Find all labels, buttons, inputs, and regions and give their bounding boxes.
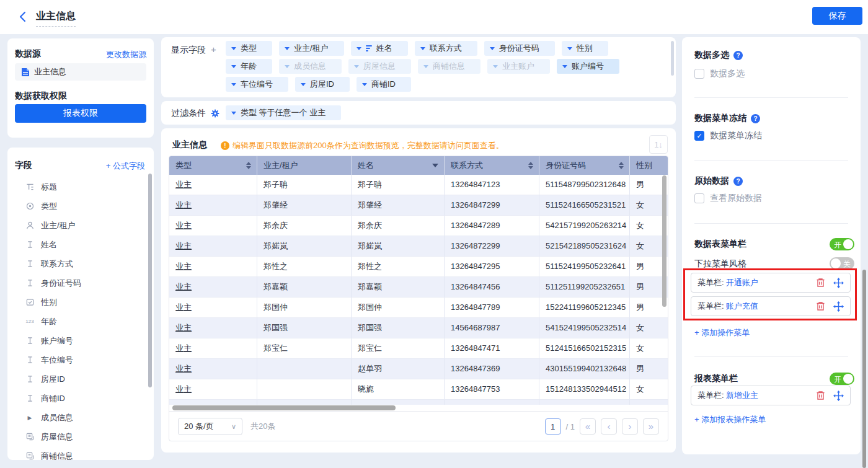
- filter-chip[interactable]: 类型 等于任意一个 业主: [226, 105, 341, 120]
- perm-title: 数据获取权限: [15, 91, 67, 102]
- page-size-select[interactable]: 20 条/页∨: [178, 418, 242, 435]
- report-menu-toggle[interactable]: 开: [830, 373, 854, 385]
- column-header[interactable]: 姓名: [352, 156, 445, 175]
- field-item[interactable]: 商铺ID: [15, 389, 146, 408]
- fields-scrollbar[interactable]: [148, 174, 152, 387]
- table-cell[interactable]: 业主: [169, 236, 257, 257]
- report-perm-button[interactable]: 报表权限: [15, 104, 146, 123]
- table-cell[interactable]: 业主: [169, 175, 257, 195]
- table-v-scrollbar[interactable]: [662, 175, 666, 307]
- display-chip[interactable]: 姓名: [351, 41, 408, 56]
- sort-icon[interactable]: [619, 162, 624, 169]
- display-chip[interactable]: 房屋ID: [295, 77, 350, 92]
- display-chip[interactable]: 身份证号码: [484, 41, 555, 56]
- gear-icon[interactable]: [211, 109, 219, 118]
- field-item[interactable]: 业主/租户: [15, 216, 146, 235]
- table-cell[interactable]: 业主: [169, 359, 257, 379]
- sort-order-button[interactable]: 1↓: [649, 135, 668, 154]
- sort-icon[interactable]: [528, 162, 533, 169]
- table-cell: 13264847471: [445, 338, 539, 359]
- table-cell[interactable]: 业主: [169, 195, 257, 216]
- help-icon[interactable]: ?: [751, 114, 760, 123]
- display-chip[interactable]: 房屋信息: [348, 59, 411, 74]
- table-cell[interactable]: 业主: [169, 318, 257, 338]
- display-chip[interactable]: 业主/租户: [279, 41, 344, 56]
- display-chip[interactable]: 业主账户: [487, 59, 550, 74]
- table-cell[interactable]: 业主: [169, 379, 257, 400]
- checkbox-unchecked[interactable]: [694, 69, 704, 79]
- table-row: 业主郑婼岚郑婼岚13264872299521542189505231624女: [169, 236, 668, 257]
- last-page-button[interactable]: »: [643, 418, 659, 435]
- display-chip[interactable]: 商铺信息: [418, 59, 480, 74]
- menu-freeze-checkbox-row[interactable]: ✓数据菜单冻结: [694, 130, 762, 141]
- field-item[interactable]: 房屋ID: [15, 369, 146, 389]
- h-scrollbar[interactable]: [172, 405, 396, 410]
- change-datasource-link[interactable]: 更改数据源: [106, 49, 146, 60]
- chevron-down-icon: [490, 47, 495, 50]
- table-cell[interactable]: 业主: [169, 216, 257, 236]
- table-menu-toggle[interactable]: 开: [830, 238, 854, 250]
- table-cell[interactable]: 业主: [169, 298, 257, 318]
- prev-page-button[interactable]: ‹: [601, 418, 617, 435]
- first-page-button[interactable]: «: [580, 418, 596, 435]
- display-chip[interactable]: 年龄: [226, 59, 272, 74]
- display-scrollbar[interactable]: [671, 41, 674, 76]
- multi-select-title: 数据多选?: [694, 50, 743, 61]
- table-cell: 郑国强: [257, 318, 352, 338]
- field-item[interactable]: ▶成员信息: [15, 408, 146, 427]
- display-chip[interactable]: 联系方式: [415, 41, 477, 56]
- table-cell[interactable]: 业主: [169, 277, 257, 298]
- column-header[interactable]: 身份证号码: [539, 156, 630, 175]
- field-item[interactable]: 商铺信息: [15, 446, 146, 466]
- field-item[interactable]: 姓名: [15, 235, 146, 254]
- field-item[interactable]: 房屋信息: [15, 427, 146, 446]
- datasource-item[interactable]: 业主信息: [15, 63, 146, 81]
- add-action-menu-link[interactable]: + 添加操作菜单: [694, 327, 750, 338]
- column-header[interactable]: 类型: [169, 156, 257, 175]
- back-icon[interactable]: [17, 11, 29, 22]
- field-item[interactable]: 类型: [15, 196, 146, 216]
- table-cell: 男: [630, 359, 668, 379]
- formula-field-link[interactable]: + 公式字段: [106, 161, 145, 172]
- field-item[interactable]: 联系方式: [15, 254, 146, 273]
- field-item[interactable]: 标题: [15, 177, 146, 196]
- column-header[interactable]: 性别: [630, 156, 668, 175]
- table-cell: 511548799502312648: [539, 175, 630, 195]
- multi-select-checkbox-row[interactable]: 数据多选: [694, 68, 745, 79]
- checkbox-checked[interactable]: ✓: [694, 131, 704, 141]
- dropdown-style-toggle[interactable]: 关: [830, 257, 854, 270]
- add-report-menu-link[interactable]: + 添加报表操作菜单: [694, 414, 766, 425]
- next-page-button[interactable]: ›: [622, 418, 638, 435]
- display-chip[interactable]: 类型: [226, 41, 272, 56]
- table-cell[interactable]: 业主: [169, 338, 257, 359]
- raw-data-checkbox-row[interactable]: 查看原始数据: [694, 193, 762, 204]
- help-icon[interactable]: ?: [733, 177, 743, 186]
- table-cell[interactable]: 业主: [169, 257, 257, 277]
- table-cell: 女: [630, 338, 668, 359]
- field-item[interactable]: 账户编号: [15, 331, 146, 350]
- column-header[interactable]: 联系方式: [445, 156, 539, 175]
- help-icon[interactable]: ?: [733, 51, 743, 60]
- sort-icon[interactable]: [246, 162, 251, 169]
- display-chip[interactable]: 车位编号: [226, 77, 288, 92]
- display-chip[interactable]: 性别: [562, 41, 608, 56]
- field-item[interactable]: 车位编号: [15, 350, 146, 369]
- annotation-red-box: [683, 268, 857, 320]
- move-icon[interactable]: [833, 391, 844, 401]
- display-chip[interactable]: 成员信息: [279, 59, 342, 74]
- field-item[interactable]: 身份证号码: [15, 273, 146, 293]
- sort-desc-icon[interactable]: [432, 164, 438, 167]
- menu-freeze-title: 数据菜单冻结?: [694, 113, 760, 124]
- save-button[interactable]: 保存: [812, 7, 862, 25]
- display-chip[interactable]: 商铺ID: [356, 77, 411, 92]
- trash-icon[interactable]: [816, 391, 825, 400]
- field-item[interactable]: 性别: [15, 293, 146, 312]
- column-header[interactable]: 业主/租户: [257, 156, 352, 175]
- display-chip[interactable]: 账户编号: [557, 59, 619, 74]
- add-display-field-button[interactable]: +: [211, 44, 216, 55]
- field-item[interactable]: 123年龄: [15, 312, 146, 331]
- page-number-box[interactable]: 1: [545, 418, 561, 435]
- checkbox-unchecked[interactable]: [694, 193, 704, 203]
- settings-scrollbar[interactable]: [862, 270, 866, 468]
- menu-item-new-owner[interactable]: 菜单栏:新增业主: [691, 386, 851, 405]
